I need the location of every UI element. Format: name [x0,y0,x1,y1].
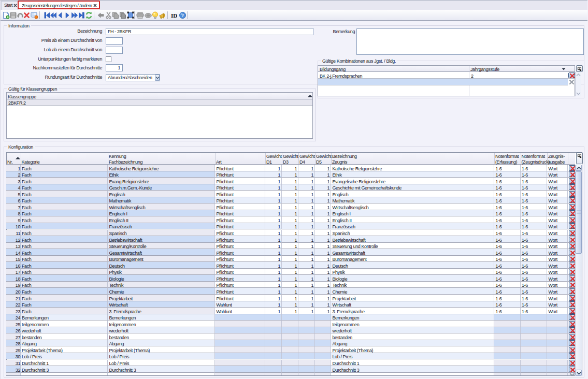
svg-text:?: ? [181,13,183,18]
